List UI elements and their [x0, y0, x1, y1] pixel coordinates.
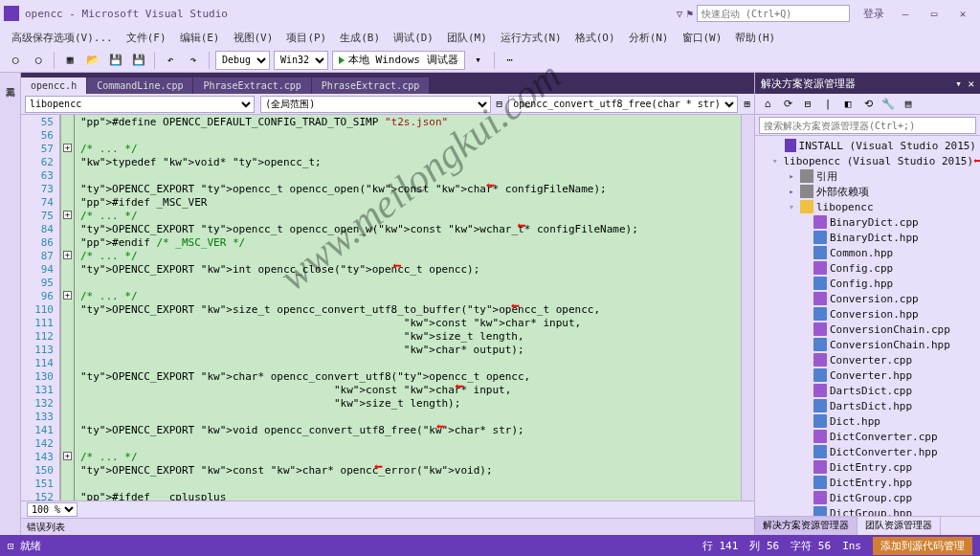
- home-icon[interactable]: ⌂: [759, 96, 776, 113]
- menu-item[interactable]: 运行方式(N): [495, 29, 568, 47]
- menu-item[interactable]: 视图(V): [228, 29, 279, 47]
- flag-icon[interactable]: ⚑: [686, 8, 693, 20]
- menu-item[interactable]: 格式(O): [569, 29, 621, 47]
- editor-tab[interactable]: PhraseExtract.cpp: [312, 78, 429, 94]
- tree-item[interactable]: Config.cpp: [755, 260, 980, 276]
- scope-select[interactable]: libopencc: [25, 96, 255, 113]
- redo-icon[interactable]: ↷: [184, 51, 203, 70]
- menu-item[interactable]: 调试(D): [388, 29, 439, 47]
- scope-nav-select[interactable]: (全局范围): [260, 96, 490, 113]
- menu-item[interactable]: 编辑(E): [174, 29, 226, 47]
- add-source-control-button[interactable]: 添加到源代码管理: [873, 537, 972, 555]
- tree-item[interactable]: Config.hpp: [755, 276, 980, 291]
- menu-item[interactable]: 高级保存选项(V)...: [6, 29, 119, 47]
- editor-tab[interactable]: CommandLine.cpp: [87, 78, 192, 94]
- menu-item[interactable]: 帮助(H): [729, 29, 781, 47]
- fold-toggle[interactable]: +: [63, 291, 72, 300]
- tree-item[interactable]: ▸外部依赖项: [755, 184, 980, 199]
- split-icon[interactable]: ⊟: [497, 98, 503, 110]
- left-toolstrip: 工具箱: [0, 73, 21, 535]
- close-button[interactable]: ✕: [949, 4, 976, 23]
- nav-back-icon[interactable]: ◯: [6, 51, 25, 70]
- nav-fwd-icon[interactable]: ◯: [29, 51, 48, 70]
- tree-item[interactable]: ▿libopencc (Visual Studio 2015) ⬅: [755, 153, 980, 168]
- zoom-bar: 100 %: [21, 500, 754, 518]
- tree-item[interactable]: Conversion.hpp: [755, 306, 980, 322]
- view-icon[interactable]: ▤: [900, 96, 917, 113]
- window-title: opencc - Microsoft Visual Studio: [25, 8, 677, 20]
- config-select[interactable]: Debug: [215, 51, 270, 70]
- menu-item[interactable]: 文件(F): [121, 29, 172, 47]
- solution-explorer: 解决方案资源管理器 ▾ ✕ ⌂ ⟳ ⊟ | ◧ ⟲ 🔧 ▤ INSTALL (V…: [754, 73, 980, 535]
- debugger-label: 本地 Windows 调试器: [348, 53, 458, 67]
- menu-item[interactable]: 团队(M): [441, 29, 493, 47]
- menu-item[interactable]: 分析(N): [623, 29, 675, 47]
- menu-item[interactable]: 生成(B): [334, 29, 386, 47]
- fold-gutter: ++++++: [61, 115, 75, 500]
- sync-icon[interactable]: ⟲: [859, 96, 877, 113]
- status-ready: ⊡ 就绪: [8, 539, 41, 553]
- nav-bar: libopencc (全局范围) ⊟ opencc_convert_utf8_f…: [21, 94, 754, 115]
- tree-item[interactable]: INSTALL (Visual Studio 2015): [755, 138, 980, 153]
- solution-tree[interactable]: INSTALL (Visual Studio 2015)▿libopencc (…: [755, 136, 980, 516]
- panel-close-icon[interactable]: ✕: [968, 78, 974, 90]
- props-icon[interactable]: 🔧: [880, 96, 897, 113]
- refresh-icon[interactable]: ⟳: [779, 96, 796, 113]
- showall-icon[interactable]: ◧: [839, 96, 857, 113]
- tree-item[interactable]: DictConverter.hpp: [755, 444, 980, 459]
- tree-item[interactable]: ▸引用: [755, 168, 980, 184]
- code-editor[interactable]: 5556576263737475848687949596110111112113…: [21, 115, 754, 500]
- fold-toggle[interactable]: +: [63, 251, 72, 259]
- start-debug-button[interactable]: 本地 Windows 调试器: [332, 51, 465, 70]
- new-icon[interactable]: ▦: [60, 51, 79, 70]
- tree-item[interactable]: DictEntry.hpp: [755, 475, 980, 490]
- fold-toggle[interactable]: +: [63, 452, 72, 460]
- panel-tab[interactable]: 团队资源管理器: [858, 517, 941, 535]
- tree-item[interactable]: Common.hpp: [755, 245, 980, 260]
- tree-item[interactable]: Conversion.cpp: [755, 291, 980, 306]
- quick-launch-input[interactable]: [697, 5, 850, 22]
- fold-toggle[interactable]: +: [63, 144, 72, 152]
- tree-item[interactable]: ConversionChain.cpp: [755, 322, 980, 337]
- error-list-tab[interactable]: 错误列表: [21, 518, 754, 535]
- solution-search-input[interactable]: [759, 117, 976, 134]
- pin-icon[interactable]: ▾: [955, 78, 962, 90]
- tree-item[interactable]: Converter.hpp: [755, 367, 980, 383]
- editor-tab[interactable]: opencc.h: [21, 78, 86, 94]
- maximize-button[interactable]: ▭: [921, 4, 947, 23]
- collapse-icon[interactable]: ⊟: [799, 96, 816, 113]
- split-icon2[interactable]: ⊞: [744, 98, 750, 110]
- tree-item[interactable]: ▿libopencc: [755, 199, 980, 214]
- undo-icon[interactable]: ↶: [161, 51, 180, 70]
- platform-select[interactable]: Win32: [274, 51, 328, 70]
- status-col: 列 56: [749, 539, 779, 553]
- tree-item[interactable]: Dict.hpp: [755, 413, 980, 429]
- save-icon[interactable]: 💾: [106, 51, 125, 70]
- code-content[interactable]: "pp">#define OPENCC_DEFAULT_CONFIG_TRAD_…: [75, 115, 741, 500]
- save-all-icon[interactable]: 💾: [129, 51, 148, 70]
- tree-item[interactable]: BinaryDict.cpp: [755, 214, 980, 230]
- minimize-button[interactable]: —: [892, 4, 919, 23]
- editor-tab[interactable]: PhraseExtract.cpp: [193, 78, 310, 94]
- tree-item[interactable]: ConversionChain.hpp: [755, 337, 980, 352]
- tree-item[interactable]: BinaryDict.hpp: [755, 230, 980, 245]
- fold-toggle[interactable]: +: [63, 211, 72, 219]
- tree-item[interactable]: DictGroup.cpp: [755, 490, 980, 505]
- tree-item[interactable]: DartsDict.cpp: [755, 383, 980, 398]
- tree-item[interactable]: DictConverter.cpp: [755, 429, 980, 444]
- tree-item[interactable]: DictEntry.cpp: [755, 459, 980, 475]
- tool-icon[interactable]: ⋯: [501, 51, 520, 70]
- tree-item[interactable]: DartsDict.hpp: [755, 398, 980, 413]
- tree-item[interactable]: Converter.cpp: [755, 352, 980, 367]
- notification-icon[interactable]: ▽: [677, 8, 683, 20]
- toolbox-tab[interactable]: 工具箱: [4, 77, 17, 84]
- panel-tab[interactable]: 解决方案资源管理器: [755, 517, 858, 535]
- open-icon[interactable]: 📂: [83, 51, 102, 70]
- scroll-map[interactable]: [741, 115, 754, 500]
- member-select[interactable]: opencc_convert_utf8_free(char * str): [508, 96, 738, 113]
- zoom-select[interactable]: 100 %: [27, 502, 78, 517]
- login-link[interactable]: 登录: [858, 4, 890, 23]
- tree-item[interactable]: DictGroup.hpp: [755, 505, 980, 516]
- menu-item[interactable]: 窗口(W): [677, 29, 728, 47]
- menu-item[interactable]: 项目(P): [280, 29, 332, 47]
